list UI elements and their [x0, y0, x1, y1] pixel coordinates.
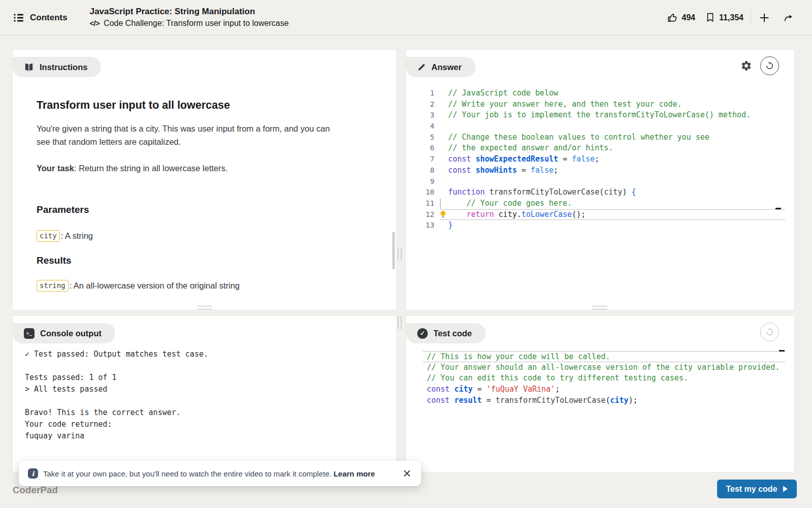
- console-line: Your code returned:: [25, 419, 386, 430]
- header-divider: [751, 10, 751, 25]
- code-line[interactable]: const city = 'fuQuaY VaRina';: [423, 384, 785, 395]
- learn-more-link[interactable]: Learn more: [333, 469, 375, 478]
- bookmark-icon: [705, 12, 715, 23]
- code-line[interactable]: 8const showHints = false;: [406, 165, 794, 176]
- task-line: Your task: Return the string in all lowe…: [37, 162, 366, 175]
- code-text: // This is how your code will be called.: [427, 352, 610, 362]
- likes-button[interactable]: 494: [667, 12, 695, 23]
- close-toast-icon[interactable]: [403, 469, 411, 478]
- line-number: 10: [406, 187, 434, 198]
- line-number: 11: [406, 198, 434, 209]
- line-number: 5: [406, 132, 434, 143]
- page-subtitle: Code Challenge: Transform user input to …: [104, 18, 289, 29]
- result-row: string : An all-lowercase version of the…: [37, 279, 366, 292]
- coderpad-logo: CoderPad: [13, 485, 58, 496]
- parameters-heading: Parameters: [37, 204, 366, 216]
- code-text: // JavaScript code below: [448, 88, 558, 98]
- console-line: [25, 395, 386, 407]
- vertical-resize-handle-top[interactable]: [398, 247, 401, 261]
- code-line[interactable]: 4: [406, 121, 794, 132]
- code-text: }: [448, 220, 453, 230]
- reset-test-code-button[interactable]: [760, 323, 779, 341]
- code-line[interactable]: 12 return city.toLowerCase();: [406, 209, 794, 220]
- bookmarks-count: 11,354: [719, 13, 743, 22]
- instructions-content: Transform user input to all lowercase Yo…: [13, 50, 396, 292]
- terminal-icon: >_: [24, 328, 35, 339]
- test-code-editor[interactable]: // This is how your code will be called.…: [406, 351, 794, 406]
- book-icon: [24, 63, 34, 72]
- toast-message: Take it at your own pace, but you'll nee…: [43, 469, 331, 478]
- console-line: > All tests passed: [25, 384, 386, 395]
- code-challenge-icon: </>: [90, 18, 99, 29]
- code-line[interactable]: // Your answer should an all-lowercase v…: [423, 362, 785, 373]
- horizontal-resize-handle-right[interactable]: [592, 306, 607, 309]
- instructions-tab: Instructions: [13, 57, 101, 77]
- check-circle-icon: ✓: [417, 328, 428, 339]
- code-line[interactable]: 7const showExpectedResult = false;: [406, 154, 794, 165]
- line-number: 9: [406, 176, 434, 187]
- code-line[interactable]: 5// Change these boolean values to contr…: [406, 132, 794, 143]
- code-text: return city.toLowerCase();: [448, 210, 586, 219]
- answer-panel: Answer 1// JavaScript code below2// Writ…: [405, 49, 795, 310]
- line-number: 2: [406, 99, 434, 110]
- code-text: // Your code goes here.: [448, 199, 572, 208]
- console-output-panel: >_ Console output ✓ Test passed: Output …: [12, 315, 397, 472]
- console-line: [25, 360, 386, 372]
- top-bar: Contents JavaScript Practice: String Man…: [0, 0, 812, 36]
- line-number: 8: [406, 165, 434, 176]
- reset-code-button[interactable]: [760, 56, 779, 75]
- code-line[interactable]: 1// JavaScript code below: [406, 88, 794, 99]
- task-label: Your task: [37, 164, 74, 173]
- code-line[interactable]: 6// the expected answer and/or hints.: [406, 143, 794, 154]
- code-text: // the expected answer and/or hints.: [448, 143, 613, 152]
- add-button[interactable]: [757, 10, 772, 25]
- code-text: // Your answer should an all-lowercase v…: [427, 362, 780, 373]
- code-line[interactable]: const result = transformCityToLowerCase(…: [423, 395, 785, 406]
- hint-lightbulb-icon[interactable]: [440, 209, 448, 220]
- code-line[interactable]: 9: [406, 176, 794, 187]
- horizontal-resize-handle-left[interactable]: [197, 306, 212, 309]
- line-number: 4: [406, 121, 434, 132]
- code-text: // Write your answer here, and then test…: [448, 100, 682, 109]
- code-line[interactable]: 2// Write your answer here, and then tes…: [406, 99, 794, 110]
- lesson-title-block: JavaScript Practice: String Manipulation…: [90, 6, 289, 29]
- code-line[interactable]: 3// Your job is to implement the transfo…: [406, 110, 794, 121]
- result-name-chip: string: [37, 280, 69, 292]
- code-text: const result = transformCityToLowerCase(…: [427, 395, 637, 406]
- instructions-label: Instructions: [40, 62, 87, 72]
- code-line[interactable]: // This is how your code will be called.: [423, 351, 785, 362]
- thumbs-up-icon: [667, 12, 678, 23]
- share-button[interactable]: [781, 10, 796, 25]
- code-text: const showHints = false;: [448, 166, 558, 175]
- play-icon: [783, 486, 788, 492]
- line-number: 7: [406, 154, 434, 165]
- console-line: Tests passed: 1 of 1: [25, 372, 386, 384]
- code-line[interactable]: // You can edit this code to try differe…: [423, 373, 785, 384]
- parameter-row: city : A string: [37, 229, 366, 242]
- result-description: : An all-lowercase version of the origin…: [70, 279, 240, 292]
- settings-gear-icon[interactable]: [740, 60, 752, 72]
- code-line[interactable]: 11 // Your code goes here.: [406, 198, 794, 209]
- contents-button[interactable]: Contents: [13, 13, 67, 23]
- challenge-heading: Transform user input to all lowercase: [37, 99, 366, 112]
- bookmark-button[interactable]: 11,354: [705, 12, 743, 23]
- test-code-panel: ✓ Test code // This is how your code wil…: [405, 315, 795, 472]
- vertical-resize-handle-bottom[interactable]: [398, 316, 401, 329]
- code-line[interactable]: 10function transformCityToLowerCase(city…: [406, 187, 794, 198]
- code-line[interactable]: 13}: [406, 220, 794, 231]
- results-heading: Results: [37, 255, 366, 267]
- contents-label: Contents: [30, 13, 67, 23]
- answer-code-editor[interactable]: 1// JavaScript code below2// Write your …: [406, 88, 794, 231]
- code-text: const showExpectedResult = false;: [448, 154, 599, 164]
- instructions-scrollbar[interactable]: [392, 232, 395, 269]
- test-code-tab: ✓ Test code: [406, 323, 486, 343]
- code-text: // Change these boolean values to contro…: [448, 133, 709, 142]
- line-number: 3: [406, 110, 434, 121]
- console-line: ✓ Test passed: Output matches test case.: [25, 348, 386, 360]
- param-description: : A string: [61, 229, 93, 242]
- console-output-tab: >_ Console output: [13, 323, 115, 343]
- instructions-panel: Instructions Transform user input to all…: [12, 49, 397, 310]
- test-my-code-button[interactable]: Test my code: [717, 480, 797, 498]
- test-code-label: Test code: [433, 329, 472, 338]
- line-number: 12: [406, 209, 434, 220]
